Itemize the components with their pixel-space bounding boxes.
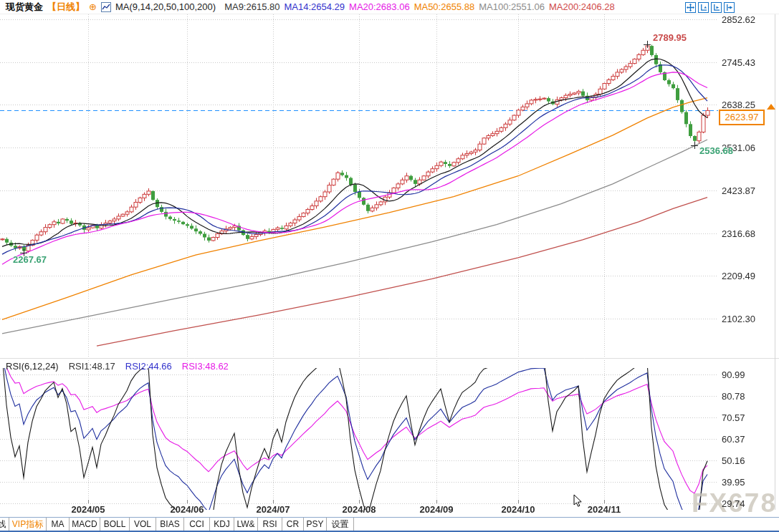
chart-type-icon[interactable] <box>101 2 111 12</box>
rsi-value-2: RSI3:48.62 <box>182 361 229 372</box>
price-axis-label: 2102.30 <box>722 314 755 324</box>
rsi-group-label: RSI(6,12,24) <box>6 361 59 372</box>
rsi-axis-label: 70.57 <box>722 412 745 423</box>
rsi-values: RSI1:48.17RSI2:44.66RSI3:48.62 <box>69 361 229 372</box>
toolbar-tab-stub[interactable]: 线 <box>0 518 9 531</box>
price-axis-label: 2316.68 <box>722 228 755 239</box>
toolbar-tab-CR[interactable]: CR <box>282 518 304 531</box>
toolbar-tab-BOLL[interactable]: BOLL <box>100 518 130 531</box>
price-axis-label: 2638.25 <box>722 100 755 110</box>
mouse-cursor <box>573 494 583 511</box>
window-icons <box>685 2 735 13</box>
current-price-value: 2623.97 <box>725 112 759 122</box>
toolbar-tab-KDJ[interactable]: KDJ <box>210 518 234 531</box>
price-axis-label: 2852.62 <box>722 14 755 25</box>
chart-header: 现货黄金 【日线】 ⊕ MA(9,14,20,50,100,200) MA9:2… <box>0 0 779 14</box>
ma-value-5: MA200:2406.28 <box>549 1 615 12</box>
time-axis-label: 2024/11 <box>588 504 621 515</box>
rsi-value-0: RSI1:48.17 <box>69 361 115 372</box>
time-axis-label: 2024/08 <box>343 504 376 515</box>
rsi-value-1: RSI2:44.66 <box>125 361 172 372</box>
shift-right-icon[interactable] <box>724 2 735 13</box>
rsi-axis-label: 90.99 <box>722 369 745 380</box>
rsi-axis-label: 50.16 <box>722 455 745 466</box>
chart-canvas[interactable] <box>0 0 779 532</box>
time-axis-label: 2024/07 <box>257 504 290 515</box>
rsi-axis-label: 60.37 <box>722 434 745 445</box>
toolbar-tab-CCI[interactable]: CCI <box>184 518 210 531</box>
toolbar-tab-MA[interactable]: MA <box>47 518 70 531</box>
price-axis-label: 2423.87 <box>722 185 755 196</box>
rsi-axis-label: 29.74 <box>722 498 745 509</box>
price-callout-2267.67: 2267.67 <box>13 254 47 265</box>
rsi-axis-label: 39.95 <box>722 477 745 488</box>
price-up-arrow-icon <box>767 104 775 110</box>
price-axis-label: 2209.49 <box>722 271 755 281</box>
rsi-axis-label: 80.78 <box>722 391 745 402</box>
price-axis-label: 2745.43 <box>722 57 755 68</box>
time-axis-label: 2024/09 <box>420 504 454 515</box>
y-axis-zoom-icon[interactable] <box>698 2 709 13</box>
toolbar-tab-BIAS[interactable]: BIAS <box>156 518 184 531</box>
price-callout-2536.68: 2536.68 <box>699 145 733 156</box>
ma-value-1: MA14:2654.29 <box>284 1 345 12</box>
ma-value-4: MA100:2551.06 <box>479 1 545 12</box>
toolbar-tab-RSI[interactable]: RSI <box>258 518 282 531</box>
current-price-label: 2623.97 <box>719 110 765 125</box>
ma-values: MA9:2615.80MA14:2654.29MA20:2683.06MA50:… <box>220 1 615 12</box>
pan-icon[interactable] <box>685 2 696 13</box>
toolbar-tab-VIP指标[interactable]: VIP指标 <box>9 518 47 531</box>
symbol-name: 现货黄金 <box>6 1 43 14</box>
period-label[interactable]: 【日线】 <box>47 1 85 14</box>
toolbar-tab-MACD[interactable]: MACD <box>70 518 100 531</box>
ma-value-3: MA50:2655.88 <box>414 1 475 12</box>
toolbar-tab-LW&[interactable]: LW& <box>234 518 258 531</box>
rsi-header: RSI(6,12,24) RSI1:48.17RSI2:44.66RSI3:48… <box>6 361 229 372</box>
toolbar-tab-PSY[interactable]: PSY <box>304 518 327 531</box>
ma-value-0: MA9:2615.80 <box>224 1 279 12</box>
expand-icon[interactable]: ⊕ <box>89 2 97 11</box>
x-axis-zoom-icon[interactable] <box>711 2 722 13</box>
price-callout-2789.95: 2789.95 <box>653 32 687 43</box>
time-axis-label: 2024/06 <box>171 504 204 515</box>
time-axis-label: 2024/10 <box>502 504 535 515</box>
ma-value-2: MA20:2683.06 <box>349 1 410 12</box>
toolbar-tab-设置[interactable]: 设置 <box>327 518 354 531</box>
ma-group-label: MA(9,14,20,50,100,200) <box>115 1 216 12</box>
indicator-toolbar: 线VIP指标MAMACDBOLLVOLBIASCCIKDJLW&RSICRPSY… <box>0 517 779 532</box>
time-axis-label: 2024/05 <box>72 504 105 515</box>
toolbar-tab-VOL[interactable]: VOL <box>130 518 156 531</box>
